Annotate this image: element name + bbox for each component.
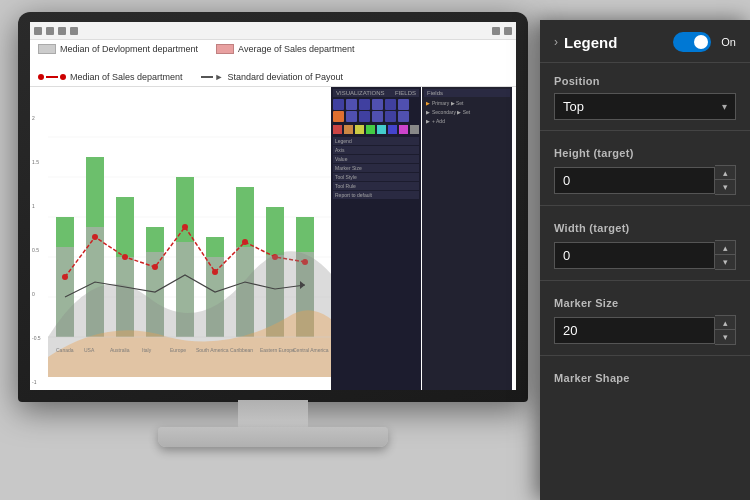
position-section: Position Top ▾ [540,63,750,126]
height-section: Height (target) 0 ▴ ▾ [540,135,750,201]
legend-label-1: Median of Devlopment department [60,44,198,54]
viz-icon[interactable] [346,99,357,110]
width-increment-button[interactable]: ▴ [715,241,735,255]
marker-size-decrement-button[interactable]: ▾ [715,330,735,344]
position-label: Position [554,75,736,87]
height-input[interactable]: 0 [554,167,715,194]
legend-swatch-2 [216,44,234,54]
fields-panel-label: FIELDS [395,90,416,96]
divider-4 [540,355,750,356]
marker-size-increment-button[interactable]: ▴ [715,316,735,330]
viz-icon[interactable] [385,111,396,122]
viz-icon[interactable] [333,99,344,110]
marker-size-label: Marker Size [554,297,736,309]
toggle-on-label: On [721,36,736,48]
color-swatch[interactable] [366,125,375,134]
color-palette [333,125,419,134]
toolbar-icon-2 [46,27,54,35]
field-item[interactable]: Value [333,155,419,163]
svg-text:Eastern Europe: Eastern Europe [260,347,295,353]
viz-icon[interactable] [359,99,370,110]
viz-icon[interactable] [359,111,370,122]
viz-icon[interactable] [372,99,383,110]
fields-panel-inner-header: Fields [424,89,510,97]
viz-icon-selected[interactable] [333,111,344,122]
toolbar-icon-1 [34,27,42,35]
height-decrement-button[interactable]: ▾ [715,180,735,194]
field-name: + Add [432,118,445,124]
viz-panel-header: VISUALIZATIONS FIELDS [333,89,419,97]
field-item[interactable]: Report to default [333,191,419,199]
monitor-stand-base [158,427,388,447]
field-list-item[interactable]: ▶Primary ▶ Set [424,99,510,107]
field-list-item[interactable]: ▶Secondary ▶ Set [424,108,510,116]
legend-item-3: Median of Sales department [38,72,183,82]
toolbar-icon-6 [504,27,512,35]
marker-shape-section: Marker Shape [540,360,750,396]
svg-text:Italy: Italy [142,347,152,353]
width-input[interactable]: 0 [554,242,715,269]
viz-icon[interactable] [346,111,357,122]
legend-panel-title: Legend [564,34,667,51]
svg-point-30 [242,239,248,245]
height-spinner: 0 ▴ ▾ [554,165,736,195]
field-item[interactable]: Marker Size [333,164,419,172]
viz-icon[interactable] [398,111,409,122]
monitor-screen: Median of Devlopment department Average … [30,22,516,390]
legend-label-3: Median of Sales department [70,72,183,82]
field-item[interactable]: Legend [333,137,419,145]
monitor-bezel: Median of Devlopment department Average … [18,12,528,402]
y-axis: 21.510.50-0.5-1 [32,115,41,385]
screen-legend-bar: Median of Devlopment department Average … [30,40,516,87]
svg-point-29 [212,269,218,275]
color-swatch[interactable] [410,125,419,134]
legend-settings-panel: › Legend On Position Top ▾ Height (targe… [540,20,750,500]
position-value: Top [563,99,584,114]
position-dropdown[interactable]: Top ▾ [554,93,736,120]
color-swatch[interactable] [333,125,342,134]
field-name: Primary ▶ Set [432,100,464,106]
screen-toolbar [30,22,516,40]
marker-size-spinner: 20 ▴ ▾ [554,315,736,345]
fields-list-inner: ▶Primary ▶ Set ▶Secondary ▶ Set ▶+ Add [424,99,510,125]
legend-label-2: Average of Sales department [238,44,354,54]
legend-item-1: Median of Devlopment department [38,44,198,54]
color-swatch[interactable] [388,125,397,134]
color-swatch[interactable] [399,125,408,134]
color-swatch[interactable] [355,125,364,134]
svg-text:Caribbean: Caribbean [230,347,253,353]
legend-panel-header: › Legend On [540,20,750,63]
divider-3 [540,280,750,281]
collapse-icon[interactable]: › [554,35,558,49]
marker-size-input[interactable]: 20 [554,317,715,344]
toolbar-icon-4 [70,27,78,35]
field-item[interactable]: Tool Style [333,173,419,181]
fields-list: Legend Axis Value Marker Size Tool Style… [333,137,419,199]
width-decrement-button[interactable]: ▾ [715,255,735,269]
legend-item-2: Average of Sales department [216,44,354,54]
viz-icon[interactable] [398,99,409,110]
svg-text:Australia: Australia [110,347,130,353]
chart-area: 21.510.50-0.5-1 [30,87,516,390]
toolbar-icon-5 [492,27,500,35]
side-panels: VISUALIZATIONS FIELDS [331,87,516,390]
field-list-item[interactable]: ▶+ Add [424,117,510,125]
legend-arrowline-4: ► [201,72,224,82]
fields-panel: Fields ▶Primary ▶ Set ▶Secondary ▶ Set ▶… [422,87,512,390]
height-label: Height (target) [554,147,736,159]
viz-icons [333,99,419,122]
legend-toggle[interactable] [673,32,711,52]
viz-icon[interactable] [372,111,383,122]
divider-2 [540,205,750,206]
field-item[interactable]: Tool Rule [333,182,419,190]
marker-size-spinner-btns: ▴ ▾ [715,315,736,345]
height-increment-button[interactable]: ▴ [715,166,735,180]
field-item[interactable]: Axis [333,146,419,154]
color-swatch[interactable] [344,125,353,134]
width-spinner-btns: ▴ ▾ [715,240,736,270]
height-spinner-btns: ▴ ▾ [715,165,736,195]
monitor: Median of Devlopment department Average … [18,12,548,432]
svg-point-24 [62,274,68,280]
viz-icon[interactable] [385,99,396,110]
color-swatch[interactable] [377,125,386,134]
